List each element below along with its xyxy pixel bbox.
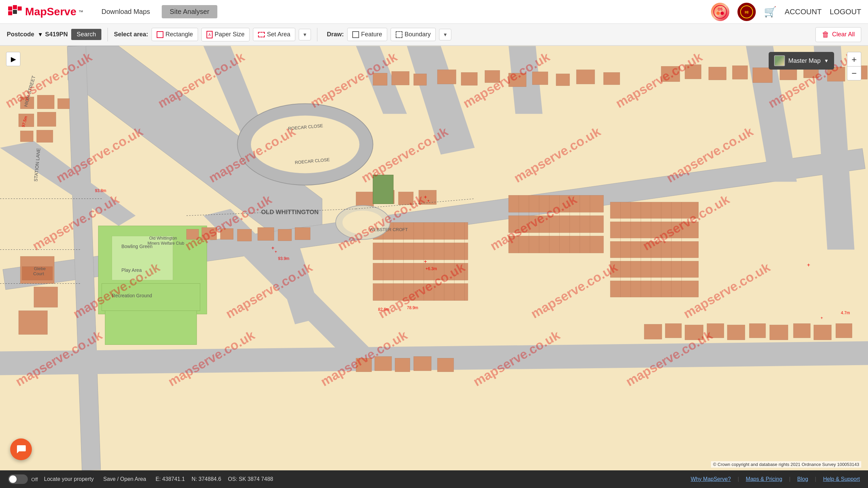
svg-rect-33	[20, 131, 33, 142]
svg-point-27	[251, 116, 359, 173]
svg-rect-73	[373, 284, 468, 301]
rectangle-label: Rectangle	[165, 31, 193, 38]
sep-3: |	[815, 476, 816, 482]
svg-rect-84	[509, 216, 604, 233]
postcode-dropdown-arrow[interactable]: ▼	[38, 32, 43, 38]
partner-icon[interactable]: OS	[711, 3, 729, 21]
os-coordinate: OS: SK 3874 7488	[228, 476, 273, 482]
svg-rect-122	[749, 324, 766, 338]
svg-rect-59	[186, 229, 199, 240]
map-type-dropdown-arrow[interactable]: ▼	[824, 58, 829, 63]
clear-all-button[interactable]: 🗑 Clear All	[815, 27, 861, 42]
svg-rect-115	[414, 357, 431, 371]
zoom-in-button[interactable]: +	[847, 52, 861, 66]
sep-2: |	[789, 476, 790, 482]
logo-tm: ™	[78, 9, 83, 15]
paper-size-tool[interactable]: A Paper Size	[201, 28, 250, 41]
nav-download-maps[interactable]: Download Maps	[93, 5, 158, 18]
copyright-notice: © Crown copyright and database rights 20…	[711, 461, 861, 468]
toggle-knob	[9, 475, 17, 483]
svg-text:+: +	[424, 194, 427, 200]
svg-rect-85	[509, 236, 604, 253]
rectangle-tool[interactable]: Rectangle	[152, 28, 198, 41]
svg-text:+: +	[424, 259, 427, 264]
help-support-link[interactable]: Help & Support	[823, 476, 860, 482]
svg-text:Old Whittington: Old Whittington	[149, 236, 177, 241]
svg-text:+: +	[427, 199, 430, 203]
svg-rect-29	[37, 95, 54, 109]
svg-text:Miners Welfare Club: Miners Welfare Club	[147, 241, 184, 246]
svg-rect-97	[610, 261, 698, 278]
toolbar-divider-1	[107, 28, 108, 41]
search-button[interactable]: Search	[71, 29, 101, 40]
svg-text:Court: Court	[33, 271, 44, 276]
nav-site-analyser[interactable]: Site Analyser	[162, 5, 218, 18]
boundary-tool[interactable]: Boundary	[391, 28, 436, 41]
svg-rect-66	[356, 192, 374, 206]
locate-toggle-switch[interactable]	[8, 474, 28, 484]
svg-text:Recreation Ground: Recreation Ground	[112, 293, 152, 298]
logo-icon	[7, 4, 23, 20]
svg-rect-3	[13, 10, 17, 14]
logo: MapServe™	[7, 4, 83, 20]
logout-link[interactable]: LOGOUT	[830, 7, 861, 16]
org-icon[interactable]: HI	[737, 3, 756, 21]
set-area-tool[interactable]: Set Area	[253, 28, 295, 41]
svg-rect-43	[556, 74, 570, 86]
svg-rect-4	[18, 6, 22, 11]
set-area-icon	[258, 32, 265, 37]
svg-rect-121	[727, 325, 745, 340]
svg-rect-46	[661, 67, 680, 82]
postcode-label: Postcode	[7, 31, 34, 38]
select-area-label: Select area:	[114, 31, 148, 38]
maps-pricing-link[interactable]: Maps & Pricing	[746, 476, 783, 482]
svg-rect-58	[105, 311, 197, 345]
why-mapserve-link[interactable]: Why MapServe?	[691, 476, 731, 482]
feature-icon	[352, 31, 359, 38]
feature-label: Feature	[361, 31, 382, 38]
boundary-dropdown[interactable]: ▼	[439, 29, 451, 40]
play-button[interactable]: ▶	[6, 52, 20, 66]
svg-point-7	[716, 12, 720, 15]
svg-rect-126	[836, 324, 852, 338]
svg-rect-62	[237, 229, 252, 241]
svg-text:Glebe: Glebe	[34, 266, 46, 271]
blog-link[interactable]: Blog	[797, 476, 808, 482]
svg-rect-72	[373, 263, 468, 280]
map-type-selector[interactable]: Master Map ▼	[769, 52, 834, 70]
svg-rect-61	[220, 229, 233, 240]
set-area-label: Set Area	[267, 31, 290, 38]
feature-tool[interactable]: Feature	[347, 28, 387, 41]
svg-rect-34	[37, 130, 53, 143]
trash-icon: 🗑	[822, 30, 829, 39]
chat-widget[interactable]	[10, 438, 32, 460]
svg-rect-94	[610, 202, 698, 219]
save-open-area-link[interactable]: Save / Open Area	[103, 476, 146, 482]
basket-icon[interactable]: 🛒	[764, 6, 776, 18]
svg-rect-30	[58, 99, 70, 109]
svg-rect-68	[398, 192, 413, 205]
svg-text:Play Area: Play Area	[121, 267, 142, 273]
svg-text:+: +	[271, 245, 274, 251]
svg-rect-123	[770, 325, 788, 340]
svg-text:82.6m: 82.6m	[378, 307, 389, 312]
n-coordinate: N: 374884.6	[192, 476, 221, 482]
map-container[interactable]: HIGH STREET STATION LANE ROECAR CLOSE RO…	[0, 46, 868, 470]
svg-text:78.9m: 78.9m	[407, 305, 418, 310]
svg-rect-37	[414, 74, 427, 86]
svg-text:93.9m: 93.9m	[278, 256, 289, 261]
svg-rect-110	[34, 287, 58, 307]
svg-point-8	[721, 12, 724, 15]
toolbar: Postcode ▼ S419PN Search Select area: Re…	[0, 24, 868, 46]
svg-rect-49	[732, 66, 748, 79]
svg-rect-44	[576, 70, 595, 84]
paper-size-icon: A	[206, 31, 213, 38]
svg-rect-63	[258, 228, 274, 241]
svg-rect-32	[37, 112, 56, 127]
account-link[interactable]: ACCOUNT	[785, 7, 822, 16]
svg-text:OS: OS	[718, 7, 723, 11]
zoom-out-button[interactable]: −	[847, 66, 861, 80]
svg-rect-42	[532, 72, 548, 85]
coordinates: E: 438741.1 N: 374884.6 OS: SK 3874 7488	[156, 476, 273, 482]
set-area-dropdown[interactable]: ▼	[299, 29, 311, 40]
